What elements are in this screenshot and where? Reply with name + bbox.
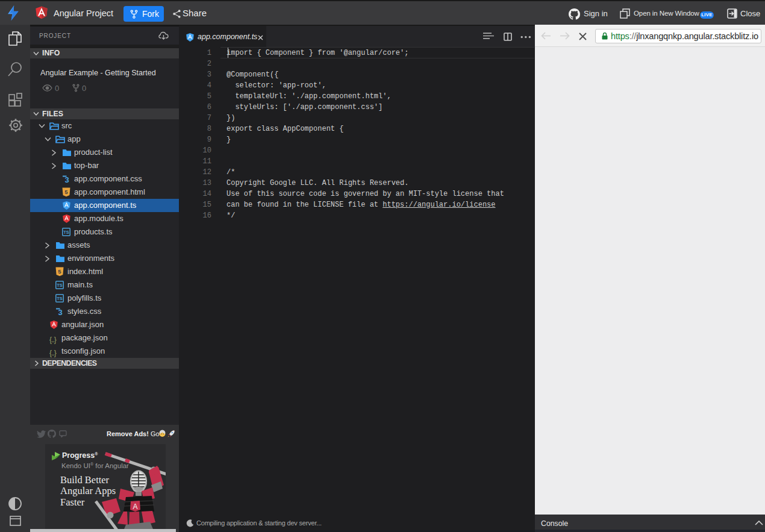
svg-text:3: 3 — [58, 308, 62, 316]
svg-text:TS: TS — [63, 230, 69, 235]
svg-text:TS: TS — [57, 296, 63, 301]
svg-text:3: 3 — [64, 175, 69, 184]
svg-text:5: 5 — [64, 189, 68, 195]
svg-text:A: A — [133, 502, 137, 511]
svg-text:TS: TS — [57, 283, 63, 288]
svg-text:5: 5 — [58, 268, 61, 275]
